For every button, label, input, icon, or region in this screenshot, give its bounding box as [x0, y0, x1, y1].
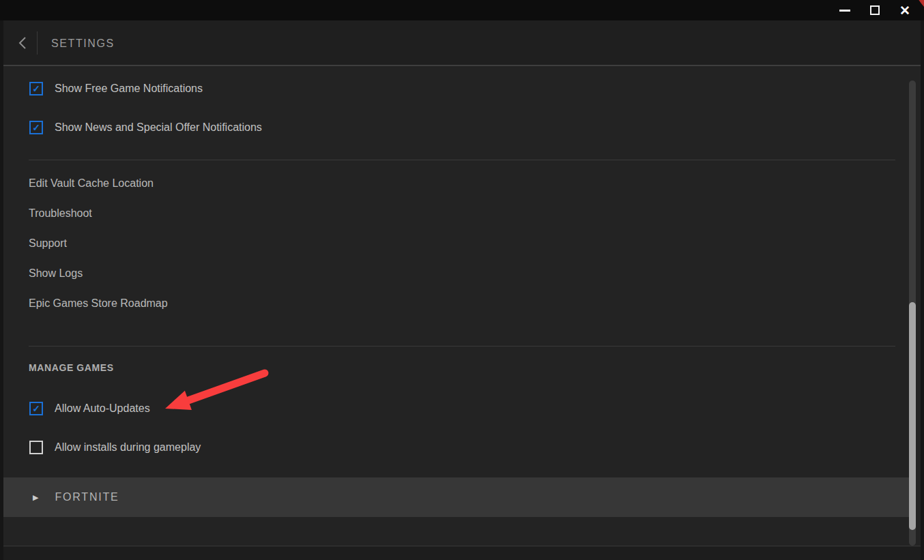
- link-edit-vault-cache-location[interactable]: Edit Vault Cache Location: [29, 175, 154, 192]
- check-icon: ✓: [32, 84, 40, 93]
- check-icon: ✓: [32, 404, 40, 413]
- game-row-fortnite[interactable]: ▶ FORTNITE: [3, 477, 909, 517]
- settings-header: SETTINGS: [3, 20, 921, 66]
- close-icon: ✕: [899, 4, 910, 17]
- manage-games-heading: MANAGE GAMES: [29, 361, 114, 374]
- maximize-button[interactable]: [868, 3, 882, 17]
- checkbox-label: Allow Auto-Updates: [55, 402, 150, 415]
- checkbox-row-allow-installs-during-gameplay[interactable]: ✓ Allow installs during gameplay: [29, 437, 201, 458]
- checkbox-checked-icon[interactable]: ✓: [29, 121, 43, 134]
- caret-right-icon[interactable]: ▶: [33, 494, 38, 501]
- settings-window: SETTINGS ✓ Show Free Game Notifications …: [3, 20, 921, 560]
- checkbox-checked-icon[interactable]: ✓: [29, 402, 43, 415]
- checkbox-row-free-game-notifications[interactable]: ✓ Show Free Game Notifications: [29, 78, 203, 99]
- link-support[interactable]: Support: [29, 235, 67, 252]
- checkbox-label: Show News and Special Offer Notification…: [55, 121, 262, 134]
- minimize-button[interactable]: [838, 3, 852, 17]
- window-titlebar: ✕: [0, 0, 924, 20]
- check-icon: ✓: [32, 123, 40, 132]
- checkbox-label: Allow installs during gameplay: [55, 441, 201, 454]
- divider: [29, 346, 895, 347]
- link-epic-games-store-roadmap[interactable]: Epic Games Store Roadmap: [29, 295, 168, 312]
- scrollbar-thumb[interactable]: [909, 302, 916, 530]
- checkbox-row-news-offer-notifications[interactable]: ✓ Show News and Special Offer Notificati…: [29, 117, 262, 138]
- link-show-logs[interactable]: Show Logs: [29, 265, 83, 282]
- checkbox-unchecked-icon[interactable]: ✓: [29, 441, 43, 454]
- minimize-icon: [839, 10, 850, 12]
- chevron-left-icon: [18, 36, 27, 50]
- settings-content: ✓ Show Free Game Notifications ✓ Show Ne…: [3, 68, 921, 560]
- checkbox-row-allow-auto-updates[interactable]: ✓ Allow Auto-Updates: [29, 398, 150, 419]
- checkbox-checked-icon[interactable]: ✓: [29, 82, 43, 95]
- bottom-strip: [3, 546, 921, 560]
- page-title: SETTINGS: [51, 20, 115, 66]
- game-row-label: FORTNITE: [55, 491, 119, 503]
- checkbox-label: Show Free Game Notifications: [55, 83, 203, 95]
- close-button[interactable]: ✕: [898, 3, 912, 17]
- back-button[interactable]: [12, 33, 33, 53]
- maximize-icon: [870, 5, 880, 15]
- window-controls: ✕: [838, 0, 912, 20]
- corner-red-artifact: [918, 0, 924, 8]
- link-troubleshoot[interactable]: Troubleshoot: [29, 205, 92, 222]
- divider: [29, 160, 895, 160]
- header-separator: [37, 31, 38, 55]
